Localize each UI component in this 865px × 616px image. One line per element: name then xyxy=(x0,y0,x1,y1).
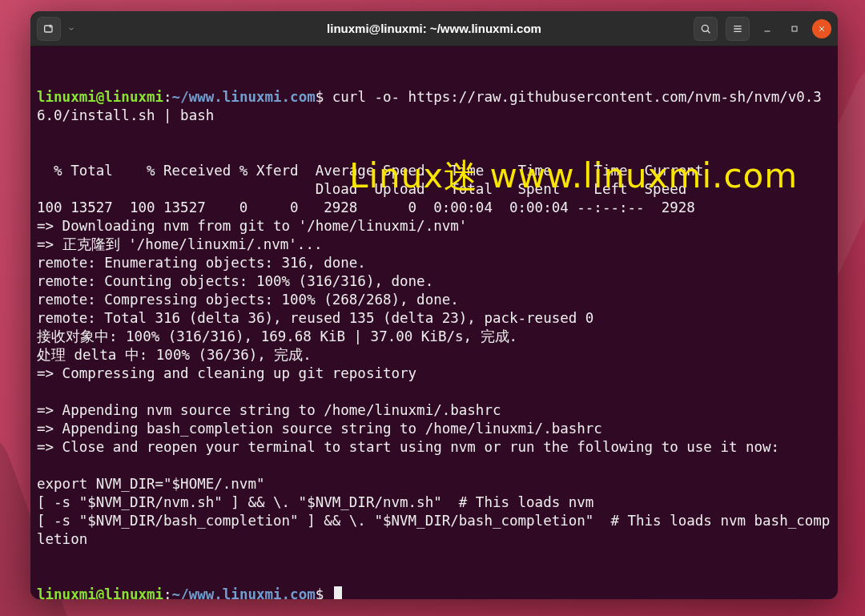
cursor xyxy=(334,586,342,599)
output-line: => Downloading nvm from git to '/home/li… xyxy=(37,217,831,236)
output-line: % Total % Received % Xferd Average Speed… xyxy=(37,162,831,180)
svg-point-3 xyxy=(702,25,708,31)
search-icon xyxy=(699,22,712,35)
prompt-user: linuxmi@linuxmi xyxy=(37,586,163,599)
output-line: [ -s "$NVM_DIR/bash_completion" ] && \. … xyxy=(37,512,831,549)
prompt-line-idle: linuxmi@linuxmi:~/www.linuxmi.com$ xyxy=(37,586,831,599)
output-line: remote: Counting objects: 100% (316/316)… xyxy=(37,272,831,291)
output-line: export NVM_DIR="$HOME/.nvm" xyxy=(37,475,831,493)
output-line xyxy=(37,383,831,401)
output-line: => 正克隆到 '/home/linuxmi/.nvm'... xyxy=(37,236,831,254)
output-line: => Appending nvm source string to /home/… xyxy=(37,401,831,420)
search-button[interactable] xyxy=(694,17,718,41)
prompt-symbol: $ xyxy=(316,89,324,105)
new-tab-button[interactable] xyxy=(37,17,61,41)
output-line: => Compressing and cleaning up git repos… xyxy=(37,364,831,383)
output-line: 100 13527 100 13527 0 0 2928 0 0:00:04 0… xyxy=(37,199,831,217)
output-line: [ -s "$NVM_DIR/nvm.sh" ] && \. "$NVM_DIR… xyxy=(37,493,831,512)
prompt-sep: : xyxy=(163,586,172,599)
close-icon xyxy=(817,24,827,34)
output-line: Dload Upload Total Spent Left Speed xyxy=(37,180,831,199)
titlebar[interactable]: linuxmi@linuxmi: ~/www.linuxmi.com xyxy=(30,11,838,46)
prompt-user: linuxmi@linuxmi xyxy=(37,89,163,105)
minimize-button[interactable] xyxy=(758,19,777,38)
svg-line-4 xyxy=(707,30,710,33)
close-button[interactable] xyxy=(812,19,831,38)
prompt-line: linuxmi@linuxmi:~/www.linuxmi.com$ curl … xyxy=(37,88,831,125)
output-line: 接收对象中: 100% (316/316), 169.68 KiB | 37.0… xyxy=(37,328,831,346)
chevron-down-icon xyxy=(67,25,75,33)
output-line: 处理 delta 中: 100% (36/36), 完成. xyxy=(37,346,831,364)
maximize-button[interactable] xyxy=(785,19,804,38)
output-line: remote: Enumerating objects: 316, done. xyxy=(37,254,831,272)
maximize-icon xyxy=(790,24,799,34)
minimize-icon xyxy=(762,24,772,34)
terminal-window: linuxmi@linuxmi: ~/www.linuxmi.com linux… xyxy=(30,11,838,599)
output-line xyxy=(37,457,831,475)
menu-button[interactable] xyxy=(726,17,750,41)
output-line: => Appending bash_completion source stri… xyxy=(37,420,831,438)
output-line: remote: Compressing objects: 100% (268/2… xyxy=(37,291,831,309)
prompt-sep: : xyxy=(163,89,172,105)
terminal-output: % Total % Received % Xferd Average Speed… xyxy=(37,162,831,549)
prompt-path: ~/www.linuxmi.com xyxy=(172,586,316,599)
new-tab-icon xyxy=(42,22,55,35)
titlebar-right xyxy=(671,17,831,41)
output-line: => Close and reopen your terminal to sta… xyxy=(37,438,831,457)
titlebar-left xyxy=(37,17,197,41)
output-line: remote: Total 316 (delta 36), reused 135… xyxy=(37,309,831,328)
prompt-path: ~/www.linuxmi.com xyxy=(172,89,316,105)
new-tab-caret[interactable] xyxy=(64,17,78,41)
window-title: linuxmi@linuxmi: ~/www.linuxmi.com xyxy=(197,22,671,35)
svg-rect-9 xyxy=(792,26,797,31)
prompt-symbol: $ xyxy=(316,586,324,599)
terminal-body[interactable]: linuxmi@linuxmi:~/www.linuxmi.com$ curl … xyxy=(30,46,838,599)
hamburger-icon xyxy=(731,22,744,35)
